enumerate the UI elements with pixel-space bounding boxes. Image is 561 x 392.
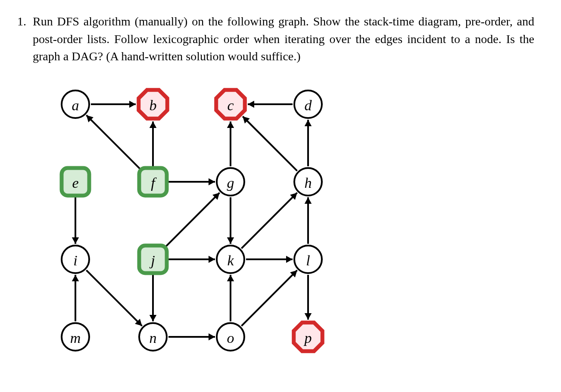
node-label-e: e: [72, 174, 78, 190]
svg-line-20: [86, 270, 142, 326]
svg-line-42: [241, 270, 297, 326]
svg-marker-25: [209, 256, 215, 263]
node-f: f: [139, 168, 167, 196]
question-text: Run DFS algorithm (manually) on the foll…: [33, 13, 534, 65]
node-label-m: m: [70, 330, 81, 345]
edge-f-a: [86, 115, 142, 171]
svg-marker-19: [305, 120, 312, 126]
svg-marker-11: [209, 178, 215, 186]
node-label-g: g: [227, 174, 234, 190]
graph-diagram: abcdefghijklmnop: [41, 78, 544, 371]
node-k: k: [217, 246, 244, 273]
node-label-n: n: [150, 330, 157, 345]
node-d: d: [294, 90, 322, 118]
edge-d-c: [248, 101, 293, 108]
edge-h-d: [305, 120, 312, 166]
edge-k-h: [241, 193, 297, 248]
edge-h-c: [243, 116, 297, 171]
svg-marker-27: [150, 315, 157, 321]
svg-marker-35: [305, 313, 312, 320]
svg-marker-3: [248, 101, 254, 108]
svg-marker-13: [227, 121, 234, 128]
node-c: c: [216, 90, 245, 119]
node-l: l: [294, 246, 322, 273]
node-label-p: p: [304, 330, 312, 345]
svg-line-22: [164, 193, 219, 248]
node-h: h: [294, 168, 322, 196]
node-label-h: h: [305, 174, 312, 190]
edge-i-n: [86, 270, 142, 326]
svg-line-28: [241, 193, 297, 248]
node-label-l: l: [306, 252, 310, 268]
node-j: j: [139, 246, 167, 273]
node-a: a: [62, 90, 89, 118]
graph-svg: abcdefghijklmnop: [41, 78, 351, 371]
edge-l-p: [305, 275, 312, 320]
svg-marker-1: [129, 101, 136, 108]
svg-marker-37: [72, 275, 79, 281]
edge-g-c: [227, 121, 234, 166]
node-o: o: [217, 323, 244, 351]
edge-k-l: [246, 256, 293, 263]
node-label-k: k: [227, 252, 234, 268]
question-block: 1. Run DFS algorithm (manually) on the f…: [17, 13, 534, 65]
edge-e-i: [72, 197, 79, 244]
edge-o-k: [227, 275, 234, 321]
edge-f-g: [168, 178, 215, 186]
svg-marker-9: [150, 121, 157, 128]
node-b: b: [139, 90, 168, 119]
node-e: e: [62, 168, 89, 196]
edge-g-k: [227, 197, 234, 244]
edge-j-g: [164, 193, 219, 248]
node-g: g: [217, 168, 244, 196]
edge-j-k: [168, 256, 215, 263]
svg-marker-31: [286, 256, 293, 263]
svg-marker-33: [305, 197, 312, 204]
edge-f-b: [150, 121, 157, 166]
svg-line-6: [86, 115, 142, 171]
edge-m-i: [72, 275, 79, 321]
node-label-c: c: [227, 97, 234, 113]
node-label-o: o: [227, 330, 234, 345]
node-n: n: [139, 323, 167, 351]
edge-a-b: [91, 101, 136, 108]
edge-n-o: [168, 333, 215, 341]
node-i: i: [62, 246, 89, 273]
svg-marker-41: [227, 275, 234, 281]
node-label-d: d: [305, 97, 312, 113]
svg-marker-39: [209, 333, 215, 341]
svg-marker-5: [72, 237, 79, 244]
svg-line-16: [243, 116, 297, 171]
node-label-b: b: [150, 97, 157, 113]
svg-marker-15: [227, 237, 234, 244]
edge-l-h: [305, 197, 312, 244]
node-label-a: a: [72, 97, 79, 113]
node-label-i: i: [73, 252, 77, 268]
edge-j-n: [150, 275, 157, 321]
node-p: p: [294, 323, 323, 352]
edge-o-l: [241, 270, 297, 326]
question-number: 1.: [17, 13, 26, 31]
node-m: m: [62, 323, 89, 351]
